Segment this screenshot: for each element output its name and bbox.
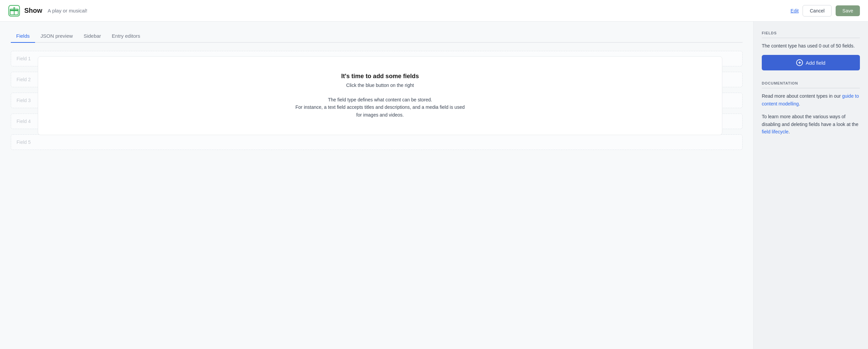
fields-wrapper: Field 1 Field 2 Field 3 Field 4 Field 5 … <box>11 51 743 179</box>
docs-text-2: To learn more about the various ways of … <box>762 113 860 135</box>
tab-sidebar[interactable]: Sidebar <box>78 30 107 43</box>
empty-state-title: It's time to add some fields <box>52 73 708 80</box>
tab-entry-editors[interactable]: Entry editors <box>107 30 146 43</box>
logo-icon <box>8 5 20 17</box>
empty-state-subtitle: Click the blue button on the right <box>52 83 708 88</box>
main-area: Fields JSON preview Sidebar Entry editor… <box>0 22 753 349</box>
sidebar-fields-section: FIELDS The content type has used 0 out o… <box>762 31 860 70</box>
page-content: Fields JSON preview Sidebar Entry editor… <box>0 22 868 349</box>
tabs-nav: Fields JSON preview Sidebar Entry editor… <box>11 22 743 43</box>
cancel-button[interactable]: Cancel <box>803 5 832 17</box>
header-actions: Edit Cancel Save <box>790 5 860 17</box>
right-sidebar: FIELDS The content type has used 0 out o… <box>753 22 868 349</box>
edit-button[interactable]: Edit <box>790 8 799 13</box>
empty-state-description: The field type defines what content can … <box>292 96 468 119</box>
empty-state-card: It's time to add some fields Click the b… <box>38 56 722 135</box>
fields-area: Field 1 Field 2 Field 3 Field 4 Field 5 … <box>11 43 743 187</box>
header-left: Show A play or musical! <box>8 5 790 17</box>
sidebar-docs-section: DOCUMENTATION Read more about content ty… <box>762 81 860 135</box>
docs-text-1: Read more about content types in our gui… <box>762 92 860 107</box>
sidebar-docs-title: DOCUMENTATION <box>762 81 860 88</box>
add-field-button[interactable]: + Add field <box>762 55 860 70</box>
page-header: Show A play or musical! Edit Cancel Save <box>0 0 868 22</box>
add-field-label: Add field <box>806 60 825 66</box>
header-subtitle: A play or musical! <box>48 8 87 13</box>
fields-usage-text: The content type has used 0 out of 50 fi… <box>762 42 860 50</box>
save-button[interactable]: Save <box>836 5 860 16</box>
guide-to-content-modelling-link[interactable]: guide to content modelling <box>762 93 859 106</box>
tab-json-preview[interactable]: JSON preview <box>35 30 78 43</box>
field-lifecycle-link[interactable]: field lifecycle <box>762 129 788 134</box>
sidebar-fields-title: FIELDS <box>762 31 860 38</box>
page-title: Show <box>24 7 42 14</box>
ghost-field-5: Field 5 <box>11 134 743 150</box>
tab-fields[interactable]: Fields <box>11 30 35 43</box>
plus-circle-icon: + <box>796 59 803 66</box>
